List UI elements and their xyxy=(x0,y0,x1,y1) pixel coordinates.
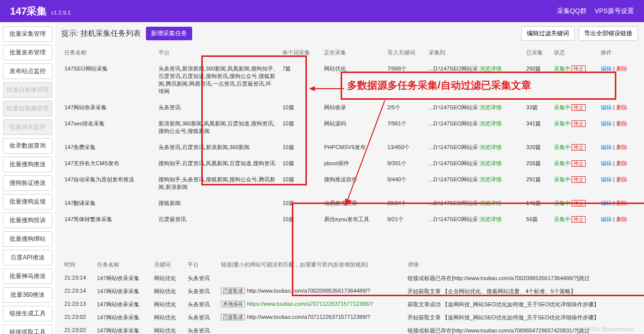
view-detail-link[interactable]: 浏览详情 xyxy=(479,216,502,222)
cell-collected: 255篇 xyxy=(523,156,551,172)
sidebar-item-9[interactable]: 批量搜狗反馈 xyxy=(3,194,52,210)
log-column-header: 详情 xyxy=(405,258,638,272)
delete-link[interactable]: 删除 xyxy=(616,200,627,206)
cell-keywords: 7/961个 xyxy=(384,116,426,140)
edit-link[interactable]: 编辑 xyxy=(601,160,612,166)
view-detail-link[interactable]: 浏览详情 xyxy=(479,144,502,150)
log-column-header: 平台 xyxy=(185,258,218,272)
log-link[interactable]: https://www.toutiao.com/a707112263715771… xyxy=(247,301,373,307)
export-error-button[interactable]: 导出全部错误链接 xyxy=(579,26,638,41)
edit-link[interactable]: 编辑 xyxy=(601,144,612,150)
log-link-cell: 已提取成http://www.toutiao.com/a707112263715… xyxy=(218,311,405,324)
stop-button[interactable]: 停止 xyxy=(572,216,586,223)
stop-button[interactable]: 停止 xyxy=(572,144,586,151)
cell-status: 采集中停止 xyxy=(551,140,598,156)
sidebar-item-11[interactable]: 批量搜狗绑站 xyxy=(3,231,52,247)
stop-button[interactable]: 停止 xyxy=(572,120,586,127)
sidebar-item-12[interactable]: 百度API推送 xyxy=(3,250,52,265)
column-header: 已采集 xyxy=(523,45,551,61)
sidebar-item-15[interactable]: 链接生成工具 xyxy=(3,306,52,321)
sidebar-item-6[interactable]: 收录数据查询 xyxy=(3,138,52,154)
cell-count: 10篇 xyxy=(279,195,321,212)
sidebar-item-7[interactable]: 批量搜狗推送 xyxy=(3,157,52,172)
edit-link[interactable]: 编辑 xyxy=(601,216,612,222)
edit-link[interactable]: 编辑 xyxy=(601,120,612,126)
log-link-cell xyxy=(218,272,405,285)
sidebar-item-8[interactable]: 搜狗验证推送 xyxy=(3,175,52,191)
annotation-text: 多数据源多任务采集/自动过滤已采集文章 xyxy=(347,79,531,92)
cell-count: 10篇 xyxy=(279,100,321,116)
log-row: 21:23:14147网站收录采集网站优化头条资讯链接或标题已存在[http:/… xyxy=(61,272,638,285)
cell-name: 147简体转繁体采集 xyxy=(61,212,155,228)
stop-button[interactable]: 停止 xyxy=(572,160,586,167)
stop-button[interactable]: 停止 xyxy=(572,65,586,72)
link-badge: 本地保存 xyxy=(221,301,245,307)
cell-keywords: 13/450个 xyxy=(384,140,426,156)
stop-button[interactable]: 停止 xyxy=(572,200,586,207)
sidebar-item-13[interactable]: 批量神马推送 xyxy=(3,269,52,284)
log-time: 21:23:13 xyxy=(61,298,94,311)
filter-keyword-button[interactable]: 编辑过滤关键词 xyxy=(521,26,575,41)
delete-link[interactable]: 删除 xyxy=(616,144,627,150)
delete-link[interactable]: 删除 xyxy=(616,160,627,166)
cell-name: 147支持各大CMS发布 xyxy=(61,156,155,172)
edit-link[interactable]: 编辑 xyxy=(601,176,612,182)
watermark: CSDN @xiaorenseo xyxy=(584,326,634,332)
sidebar-item-1[interactable]: 批量发布管理 xyxy=(3,45,52,60)
sidebar-item-16[interactable]: 链接抓取工具 xyxy=(3,324,52,334)
delete-link[interactable]: 删除 xyxy=(616,120,627,126)
edit-link[interactable]: 编辑 xyxy=(601,65,612,72)
delete-link[interactable]: 删除 xyxy=(616,104,627,110)
sidebar-item-0[interactable]: 批量采集管理 xyxy=(3,26,52,42)
cell-name: 147SEO网站采集 xyxy=(61,61,155,100)
column-header: 平台 xyxy=(155,45,280,61)
view-detail-link[interactable]: 浏览详情 xyxy=(479,65,502,72)
header-link-vps[interactable]: VPS拨号设置 xyxy=(595,7,634,16)
link-badge: 已提取成 xyxy=(221,288,245,294)
cell-ops: 编辑 | 删除 xyxy=(598,61,638,100)
log-link[interactable]: http://www.toutiao.com/a7071122637157712… xyxy=(247,314,370,320)
log-link[interactable]: http://www.toutiao.com/a7002098535617364… xyxy=(247,288,370,294)
stop-button[interactable]: 停止 xyxy=(572,176,586,183)
log-row: 21:23:14147网站收录采集网站优化头条资讯已提取成http://www.… xyxy=(61,285,638,298)
log-time: 21:23:14 xyxy=(61,285,94,298)
cell-count: 10篇 xyxy=(279,116,321,140)
cell-collected: 341篇 xyxy=(523,116,551,140)
log-row: 21:23:13147网站收录采集网站优化头条资讯本地保存https://www… xyxy=(61,298,638,311)
cell-platform: 百度最资讯 xyxy=(155,212,280,228)
sidebar-item-2[interactable]: 发布站点监控 xyxy=(3,63,52,79)
cell-ops: 编辑 | 删除 xyxy=(598,140,638,156)
column-header: 任务名称 xyxy=(61,45,155,61)
cell-saveto: ...D:\147SEO网站采 浏览详情 xyxy=(426,212,523,228)
edit-link[interactable]: 编辑 xyxy=(601,200,612,206)
view-detail-link[interactable]: 浏览详情 xyxy=(479,200,502,206)
cell-ops: 编辑 | 删除 xyxy=(598,195,638,212)
delete-link[interactable]: 删除 xyxy=(616,65,627,72)
sidebar-item-14[interactable]: 批量360推送 xyxy=(3,287,52,303)
view-detail-link[interactable]: 浏览详情 xyxy=(479,120,502,126)
log-table: 时间任务名称关键词平台链接(量小的网站可能没有匹配，如需要可群内反馈增加规则)详… xyxy=(61,258,638,334)
delete-link[interactable]: 删除 xyxy=(616,216,627,222)
cell-count: 10篇 xyxy=(279,140,321,156)
stop-button[interactable]: 停止 xyxy=(572,104,586,111)
cell-collected: 56篇 xyxy=(523,212,551,228)
column-header: 单个词采集 xyxy=(279,45,321,61)
log-task: 147网站收录采集 xyxy=(94,311,151,324)
new-task-button[interactable]: 新增采集任务 xyxy=(146,27,192,40)
edit-link[interactable]: 编辑 xyxy=(601,104,612,110)
delete-link[interactable]: 删除 xyxy=(616,176,627,182)
log-task: 147网站收录采集 xyxy=(94,272,151,285)
table-row: 147自动采集为原创发布推送搜狗知乎,头条资讯,搜狐新闻,搜狗公众号,腾讯新闻,… xyxy=(61,172,638,195)
log-time: 21:23:14 xyxy=(61,272,94,285)
cell-name: 147免费采集 xyxy=(61,140,155,156)
view-detail-link[interactable]: 浏览详情 xyxy=(479,104,502,110)
sidebar-item-5: 批量排名监控 xyxy=(3,119,52,135)
view-detail-link[interactable]: 浏览详情 xyxy=(479,160,502,166)
sidebar-item-10[interactable]: 批量搜狗投诉 xyxy=(3,213,52,228)
view-detail-link[interactable]: 浏览详情 xyxy=(479,176,502,182)
tip-label: 提示: 挂机采集任务列表 xyxy=(61,29,141,38)
cell-collecting: 动易发布文章 xyxy=(321,195,384,212)
header-link-qq[interactable]: 采集QQ群 xyxy=(557,7,587,16)
cell-platform: 搜狗知乎,头条资讯,搜狐新闻,搜狗公众号,腾讯新闻,新浪新闻 xyxy=(155,172,280,195)
table-row: 147seo排名采集新浪新闻,360新闻,凤凰新闻,百度知道,搜狗资讯,搜狗公众… xyxy=(61,116,638,140)
